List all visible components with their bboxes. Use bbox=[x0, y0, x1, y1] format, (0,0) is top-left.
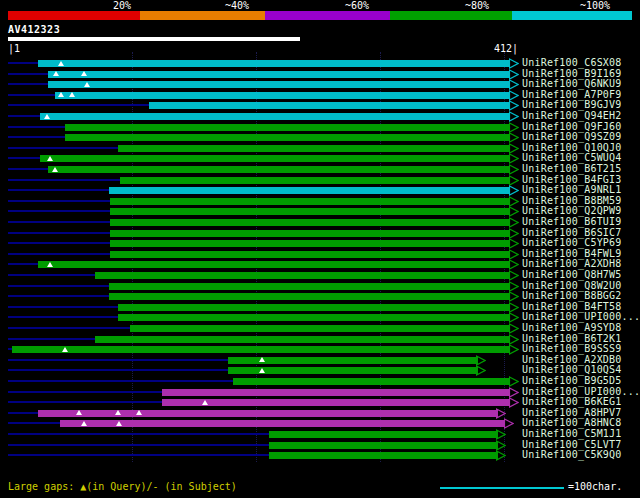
hit-bar[interactable] bbox=[110, 208, 510, 215]
leader-line bbox=[8, 380, 233, 382]
alignment-row: UniRef100_B6T215 bbox=[0, 164, 640, 175]
gap-marker-icon bbox=[58, 92, 64, 97]
hit-bar[interactable] bbox=[269, 442, 498, 449]
gap-marker-icon bbox=[115, 410, 121, 415]
leader-line bbox=[8, 444, 269, 446]
hit-bar[interactable] bbox=[40, 113, 510, 120]
hit-bar[interactable] bbox=[109, 293, 510, 300]
arrowhead-icon bbox=[476, 365, 486, 376]
arrowhead-icon bbox=[496, 440, 506, 451]
ruler-end-label: 412| bbox=[458, 44, 518, 54]
hit-bar[interactable] bbox=[118, 304, 510, 311]
leader-line bbox=[8, 401, 162, 403]
identity-scale-bar: 20%~40%~60%~80%~100% bbox=[0, 0, 640, 22]
arrowhead-icon bbox=[509, 334, 519, 345]
query-name: AV412323 bbox=[8, 24, 60, 35]
hit-bar[interactable] bbox=[65, 134, 510, 141]
hit-bar[interactable] bbox=[38, 410, 498, 417]
scale-segment bbox=[390, 11, 512, 20]
hit-label[interactable]: UniRef100_B6TUI9 bbox=[522, 217, 622, 228]
leader-line bbox=[8, 253, 110, 255]
hit-label[interactable]: UniRef100_C6SX08 bbox=[522, 58, 622, 69]
arrowhead-icon bbox=[509, 259, 519, 270]
hit-bar[interactable] bbox=[12, 346, 510, 353]
scale-segment bbox=[8, 11, 140, 20]
gap-marker-icon bbox=[44, 114, 50, 119]
arrowhead-icon bbox=[476, 355, 486, 366]
leader-line bbox=[8, 454, 269, 456]
gap-marker-icon bbox=[47, 262, 53, 267]
arrowhead-icon bbox=[509, 164, 519, 175]
arrowhead-icon bbox=[509, 302, 519, 313]
leader-line bbox=[8, 412, 38, 414]
hit-bar[interactable] bbox=[162, 399, 510, 406]
hit-bar[interactable] bbox=[118, 145, 510, 152]
alignment-row: UniRef100_Q94EH2 bbox=[0, 111, 640, 122]
hit-bar[interactable] bbox=[149, 102, 510, 109]
hit-bar[interactable] bbox=[65, 124, 510, 131]
hit-bar[interactable] bbox=[48, 81, 510, 88]
hit-bar[interactable] bbox=[110, 240, 510, 247]
arrowhead-icon bbox=[509, 291, 519, 302]
arrowhead-icon bbox=[509, 153, 519, 164]
blast-graphic-overview: 20%~40%~60%~80%~100% AV412323 |1 412| Un… bbox=[0, 0, 640, 498]
gap-marker-icon bbox=[47, 156, 53, 161]
leader-line bbox=[8, 179, 120, 181]
arrowhead-icon bbox=[509, 217, 519, 228]
leader-line bbox=[8, 422, 60, 424]
hit-label[interactable]: UniRef100_C5K9Q0 bbox=[522, 450, 622, 461]
leader-line bbox=[8, 433, 269, 435]
hit-label[interactable]: UniRef100_Q8H7W5 bbox=[522, 270, 622, 281]
hit-bar[interactable] bbox=[40, 155, 510, 162]
hit-bar[interactable] bbox=[55, 92, 510, 99]
hit-bar[interactable] bbox=[228, 357, 478, 364]
hit-bar[interactable] bbox=[110, 198, 510, 205]
gap-marker-icon bbox=[58, 61, 64, 66]
hit-bar[interactable] bbox=[233, 378, 510, 385]
arrowhead-icon bbox=[509, 143, 519, 154]
hit-bar[interactable] bbox=[110, 230, 510, 237]
arrowhead-icon bbox=[509, 90, 519, 101]
gaps-legend: Large gaps: ▲(in Query)/- (in Subject) bbox=[8, 481, 237, 492]
hit-bar[interactable] bbox=[109, 283, 510, 290]
hit-bar[interactable] bbox=[38, 60, 510, 67]
query-bar bbox=[8, 37, 300, 41]
hit-label[interactable]: UniRef100_A9SYD8 bbox=[522, 323, 622, 334]
leader-line bbox=[8, 338, 95, 340]
unit-legend: =100char. bbox=[568, 481, 622, 492]
hit-bar[interactable] bbox=[48, 166, 510, 173]
hit-bar[interactable] bbox=[109, 187, 510, 194]
leader-line bbox=[8, 94, 55, 96]
scale-label: ~100% bbox=[570, 0, 620, 11]
hit-label[interactable]: UniRef100_B9G5D5 bbox=[522, 376, 622, 387]
leader-line bbox=[8, 200, 110, 202]
alignment-row: UniRef100_C5M1J1 bbox=[0, 429, 640, 440]
hit-bar[interactable] bbox=[162, 389, 510, 396]
hit-bar[interactable] bbox=[269, 452, 498, 459]
leader-line bbox=[8, 391, 162, 393]
hit-bar[interactable] bbox=[130, 325, 510, 332]
hit-bar[interactable] bbox=[269, 431, 498, 438]
scale-label: ~40% bbox=[212, 0, 262, 11]
hit-bar[interactable] bbox=[110, 219, 510, 226]
hit-bar[interactable] bbox=[95, 272, 510, 279]
hit-bar[interactable] bbox=[38, 261, 510, 268]
leader-line bbox=[8, 189, 109, 191]
hit-bar[interactable] bbox=[48, 71, 510, 78]
hit-bar[interactable] bbox=[118, 314, 510, 321]
hit-label[interactable]: UniRef100_C5M1J1 bbox=[522, 429, 622, 440]
gap-marker-icon bbox=[62, 347, 68, 352]
alignment-row: UniRef100_C6SX08 bbox=[0, 58, 640, 69]
hit-bar[interactable] bbox=[110, 251, 510, 258]
leader-line bbox=[8, 73, 48, 75]
hit-bar[interactable] bbox=[60, 420, 505, 427]
hit-label[interactable]: UniRef100_Q94EH2 bbox=[522, 111, 622, 122]
hit-bar[interactable] bbox=[120, 177, 510, 184]
hit-bar[interactable] bbox=[228, 367, 478, 374]
hit-label[interactable]: UniRef100_B6T215 bbox=[522, 164, 622, 175]
gap-marker-icon bbox=[52, 167, 58, 172]
leader-line bbox=[8, 274, 95, 276]
hit-bar[interactable] bbox=[95, 336, 510, 343]
arrowhead-icon bbox=[509, 206, 519, 217]
gap-marker-icon bbox=[259, 368, 265, 373]
